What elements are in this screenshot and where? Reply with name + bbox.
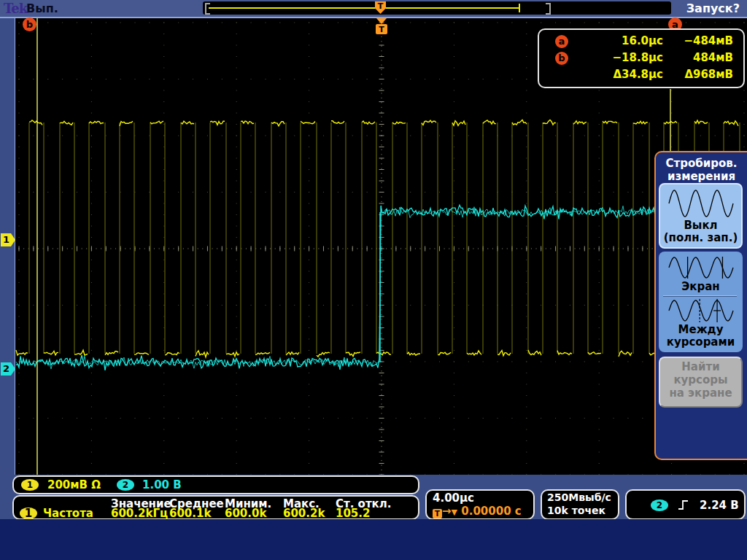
- menu-option-gating-screen[interactable]: Экран: [659, 254, 743, 293]
- delay-value: 0.00000 c: [461, 505, 521, 518]
- cursor-b-row: b −18.8µc 484мВ: [539, 51, 743, 67]
- record-cursor-tick: [519, 4, 520, 12]
- record-view-bar: T: [203, 1, 671, 15]
- sine-full-record-icon: [667, 187, 735, 219]
- menu-option-gating-off[interactable]: Выкл (полн. зап.): [659, 183, 743, 249]
- find-cursors-button-disabled[interactable]: Найти курсоры на экране: [659, 357, 743, 408]
- bottom-menu-bar: Выберите измерение 1 Удалить измерение С…: [0, 519, 747, 560]
- horizontal-scale: 4.00µc: [433, 491, 474, 505]
- menu-option-gating-cursors[interactable]: Между курсорами: [659, 297, 743, 349]
- arrow-icon: →: [442, 505, 452, 518]
- oscilloscope-screen: { "header": { "logo": "Tek", "acq_status…: [0, 0, 747, 560]
- rising-edge-icon: [678, 499, 689, 511]
- trigger-readout-box: 2 2.24 В: [625, 489, 746, 520]
- cursor-a-badge: a: [555, 35, 568, 48]
- sine-between-cursors-icon: [667, 298, 735, 324]
- record-length: 10k точек: [547, 505, 605, 516]
- acquisition-readout-box: 250Мвыб/с 10k точек: [541, 489, 619, 520]
- acquisition-status: Вып.: [26, 1, 58, 15]
- meas-row-mean: 600.1k: [169, 507, 211, 520]
- svg-text:T: T: [379, 25, 384, 34]
- trigger-t-icon: T: [433, 509, 442, 518]
- cursor-a-time: 16.0µc: [583, 34, 663, 47]
- channel1-reference-flag[interactable]: 1: [1, 233, 15, 246]
- cursor-a-value: −484мВ: [653, 34, 733, 47]
- channel1-coupling: Ω: [91, 478, 101, 491]
- channel-scale-bar: 1 200мВ Ω 2 1.00 В: [12, 475, 419, 494]
- cursor-b-badge: b: [555, 52, 568, 65]
- cursor-delta-time: Δ34.8µc: [583, 68, 663, 81]
- channel2-reference-flag[interactable]: 2: [1, 362, 15, 376]
- menu-option-group: Экран Между курсорами: [659, 252, 743, 352]
- meas-row-badge: 1: [20, 508, 37, 519]
- meas-row-value: 600.2kГц: [111, 507, 168, 520]
- channel2-badge: 2: [117, 479, 134, 491]
- horizontal-readout-box: 4.00µc T→▼ 0.00000 c: [425, 489, 535, 520]
- meas-row-stddev: 105.2: [336, 507, 370, 520]
- side-menu-title: Стробиров. измерения: [656, 157, 747, 183]
- trigger-level: 2.24 В: [700, 499, 739, 512]
- channel1-scale: 200мВ Ω: [47, 478, 101, 491]
- trigger-status-label: Запуск?: [686, 1, 740, 15]
- triangle-down-icon: ▼: [452, 508, 457, 517]
- cursor-b-value: 484мВ: [653, 51, 733, 64]
- meas-row-min: 600.0k: [225, 507, 266, 520]
- cursor-b-time: −18.8µc: [583, 51, 663, 64]
- sine-screen-icon: [667, 254, 735, 281]
- channel2-scale: 1.00 В: [142, 478, 182, 491]
- cursor-delta-value: Δ968мВ: [653, 68, 733, 81]
- meas-row-name: Частота: [43, 507, 93, 520]
- cursor-delta-row: Δ34.8µc Δ968мВ: [539, 68, 743, 84]
- record-waveform-line: [209, 7, 519, 9]
- trigger-source-badge: 2: [651, 499, 668, 511]
- cursor-a-row: a 16.0µc −484мВ: [539, 34, 743, 50]
- record-trigger-marker-icon: T: [375, 1, 386, 14]
- side-menu-measurement-gating: Стробиров. измерения Выкл (полн. зап.) Э…: [654, 151, 747, 460]
- sample-rate: 250Мвыб/с: [547, 491, 611, 503]
- cursor-b-marker[interactable]: b: [23, 18, 36, 31]
- channel1-badge: 1: [21, 479, 39, 491]
- tek-logo: Tek: [4, 1, 27, 16]
- top-status-bar: Tek Вып. T Запуск?: [0, 0, 747, 17]
- meas-row-max: 600.2k: [283, 507, 325, 520]
- record-right-bracket-icon: [546, 3, 551, 15]
- cursor-readout-box: a 16.0µc −484мВ b −18.8µc 484мВ Δ34.8µc …: [538, 28, 745, 88]
- horizontal-delay: T→▼ 0.00000 c: [433, 505, 522, 518]
- measurement-table: Значение Среднее Миним. Макс. Ст. откл. …: [12, 495, 419, 520]
- record-left-bracket-icon: [205, 3, 210, 15]
